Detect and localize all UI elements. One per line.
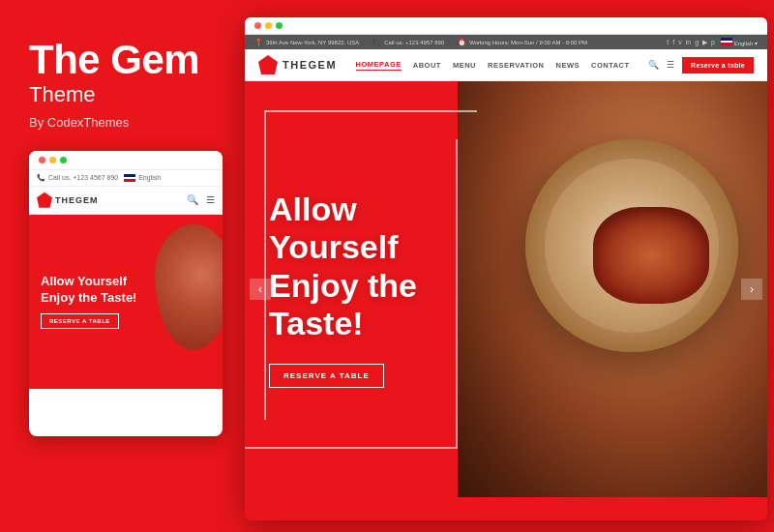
nav-link-reservation[interactable]: RESERVATION — [488, 61, 544, 70]
desktop-hours: ⏰ Working Hours: Mon-Sun / 9:00 AM - 8:0… — [458, 39, 587, 46]
mobile-hero: Allow Yourself Enjoy the Taste! RESERVE … — [29, 215, 223, 389]
left-panel: The Gem Theme By CodexThemes 📞 Call us. … — [0, 0, 237, 532]
pasta-visual — [487, 120, 738, 371]
mobile-logo-text: THEGEM — [55, 195, 99, 205]
mobile-logo: THEGEM — [37, 192, 99, 208]
desktop-preview: 📍 39th Ave New-York, NY 99822, USA 📞 Cal… — [245, 17, 767, 520]
nav-link-homepage[interactable]: HOMEPAGE — [356, 60, 402, 71]
desktop-nav-links: HOMEPAGE ABOUT MENU RESERVATION NEWS CON… — [356, 60, 630, 71]
desktop-search-icon[interactable]: 🔍 — [648, 60, 659, 70]
nav-link-news[interactable]: NEWS — [555, 61, 580, 70]
mobile-top-bar — [29, 151, 223, 170]
social-icons: t f v in g ▶ p — [667, 39, 715, 46]
hero-content: Allow Yourself Enjoy the Taste! RESERVE … — [245, 81, 516, 497]
desktop-flag-icon — [721, 38, 732, 45]
desktop-nav-right: 🔍 ☰ Reserve a table — [648, 57, 754, 74]
carousel-next-button[interactable]: › — [741, 279, 762, 300]
desktop-gem-icon — [258, 55, 278, 74]
mobile-preview: 📞 Call us. +123 4567 890 English THEGEM … — [29, 151, 223, 436]
mobile-nav: THEGEM 🔍 ☰ — [29, 187, 223, 215]
desktop-logo: THEGEM — [258, 55, 337, 74]
dot-green — [60, 157, 67, 163]
desktop-logo-text: THEGEM — [283, 59, 337, 71]
desktop-dot-yellow — [265, 22, 272, 29]
desktop-lang[interactable]: English ▾ — [721, 38, 758, 46]
mobile-hero-image — [155, 224, 223, 350]
instagram-icon[interactable]: in — [686, 39, 691, 46]
desktop-nav: THEGEM HOMEPAGE ABOUT MENU RESERVATION N… — [245, 49, 767, 81]
mobile-search-icon[interactable]: 🔍 — [187, 194, 198, 205]
desktop-dot-green — [276, 22, 283, 29]
hero-reserve-button[interactable]: RESERVE A TABLE — [269, 364, 384, 388]
plate-inner — [545, 159, 719, 333]
nav-link-about[interactable]: ABOUT — [413, 61, 441, 70]
desktop-hero: ‹ Allow Yourself Enjoy the Taste! RESERV… — [245, 81, 767, 497]
plate-outer — [525, 139, 738, 352]
theme-subtitle: Theme — [29, 81, 208, 109]
mobile-hero-title: Allow Yourself Enjoy the Taste! — [41, 274, 147, 306]
dot-red — [39, 157, 45, 163]
mobile-info-bar: 📞 Call us. +123 4567 890 English — [29, 170, 223, 187]
location-icon: 📍 — [254, 39, 263, 46]
title-block: The Gem Theme By CodexThemes — [29, 39, 208, 130]
nav-link-contact[interactable]: CONTACT — [591, 61, 630, 70]
youtube-icon[interactable]: ▶ — [702, 39, 707, 46]
desktop-reserve-nav-button[interactable]: Reserve a table — [682, 57, 754, 74]
mobile-gem-icon — [37, 192, 52, 208]
facebook-icon[interactable]: f — [672, 39, 674, 46]
dot-yellow — [49, 157, 56, 163]
vimeo-icon[interactable]: v — [678, 39, 682, 46]
mobile-menu-icon[interactable]: ☰ — [206, 194, 215, 205]
flag-icon — [124, 174, 135, 182]
info-bar-left: 📍 39th Ave New-York, NY 99822, USA 📞 Cal… — [254, 39, 587, 46]
desktop-dot-red — [254, 22, 261, 29]
phone-icon: 📞 — [37, 174, 45, 182]
desktop-info-bar: 📍 39th Ave New-York, NY 99822, USA 📞 Cal… — [245, 35, 767, 49]
desktop-top-bar — [245, 17, 767, 35]
clock-icon: ⏰ — [458, 39, 466, 46]
desktop-address: 📍 39th Ave New-York, NY 99822, USA — [254, 39, 359, 46]
mobile-lang: English — [124, 174, 161, 182]
pinterest-icon[interactable]: p — [711, 39, 715, 46]
carousel-prev-button[interactable]: ‹ — [250, 279, 271, 300]
mobile-reserve-button[interactable]: RESERVE A TABLE — [41, 313, 119, 329]
info-bar-right: t f v in g ▶ p English ▾ — [667, 38, 758, 46]
mobile-nav-icons: 🔍 ☰ — [187, 194, 215, 205]
theme-title: The Gem — [29, 39, 208, 81]
mobile-call-info: 📞 Call us. +123 4567 890 — [37, 174, 118, 182]
phone-icon: 📞 — [372, 39, 381, 46]
hero-title: Allow Yourself Enjoy the Taste! — [269, 191, 491, 341]
by-line: By CodexThemes — [29, 115, 208, 130]
google-icon[interactable]: g — [695, 39, 699, 46]
pasta-tangle — [593, 207, 709, 304]
desktop-menu-icon[interactable]: ☰ — [667, 60, 674, 70]
nav-link-menu[interactable]: MENU — [453, 61, 476, 70]
twitter-icon[interactable]: t — [667, 39, 669, 46]
desktop-phone: 📞 Call us: +123 4957 890 — [372, 39, 444, 46]
